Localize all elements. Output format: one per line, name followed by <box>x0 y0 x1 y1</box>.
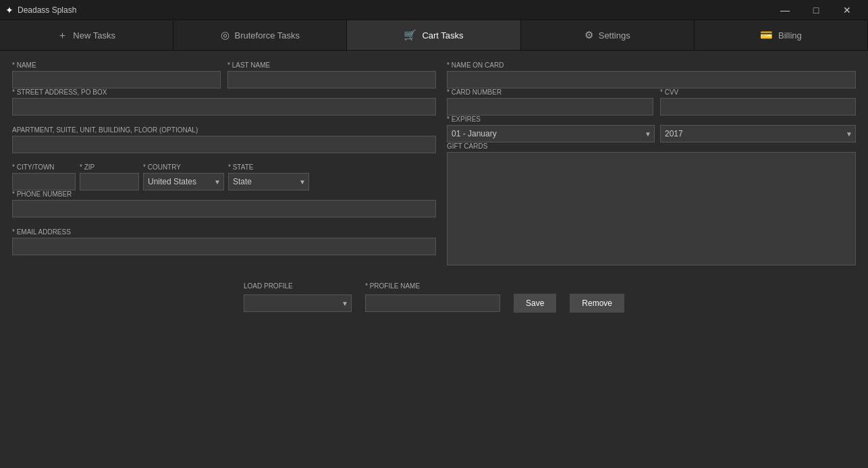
tab-bruteforce-tasks[interactable]: ◎ Bruteforce Tasks <box>173 20 347 50</box>
expires-month-select[interactable]: 01 - January 02 - February 03 - March 04… <box>447 125 655 142</box>
title-bar: ✦ Deadass Splash — □ ✕ <box>0 0 868 20</box>
cart-icon: 🛒 <box>404 29 416 41</box>
target-icon: ◎ <box>221 29 229 41</box>
tab-bar: ＋ New Tasks ◎ Bruteforce Tasks 🛒 Cart Ta… <box>0 20 868 51</box>
state-select[interactable]: State Alabama Alaska Arizona California … <box>228 173 309 190</box>
nameoncard-label: * NAME ON CARD <box>447 61 856 69</box>
maximize-button[interactable]: □ <box>801 0 832 20</box>
profile-name-group: * PROFILE NAME <box>365 282 500 312</box>
city-field-group: * CITY/TOWN <box>12 163 76 190</box>
tab-bruteforce-tasks-label: Bruteforce Tasks <box>235 30 300 41</box>
tab-billing-label: Billing <box>778 30 802 41</box>
name-input[interactable] <box>12 71 221 88</box>
country-field-group: * COUNTRY United States Canada United Ki… <box>143 163 224 190</box>
bottom-section: LOAD PROFILE ▼ * PROFILE NAME Save Remov… <box>12 282 856 313</box>
tab-new-tasks-label: New Tasks <box>73 30 115 41</box>
giftcards-field-group: GIFT CARDS <box>447 142 856 265</box>
state-select-wrapper: State Alabama Alaska Arizona California … <box>228 173 309 190</box>
adidas-icon: ✦ <box>5 5 13 16</box>
cardnumber-label: * CARD NUMBER <box>447 88 653 96</box>
location-row: * CITY/TOWN * ZIP * COUNTRY United State… <box>12 163 436 190</box>
save-button[interactable]: Save <box>514 294 556 313</box>
card-row: * CARD NUMBER * CVV <box>447 88 856 115</box>
state-field-group: * STATE State Alabama Alaska Arizona Cal… <box>228 163 309 190</box>
zip-field-group: * ZIP <box>80 163 139 190</box>
email-label: * EMAIL ADDRESS <box>12 228 436 236</box>
nameoncard-input[interactable] <box>447 71 856 88</box>
minimize-button[interactable]: — <box>769 0 801 20</box>
street-field-group: * STREET ADDRESS, PO BOX <box>12 88 436 126</box>
tab-billing[interactable]: 💳 Billing <box>695 20 868 50</box>
cvv-field-group: * CVV <box>660 88 856 115</box>
name-label: * NAME <box>12 61 221 69</box>
nameoncard-field-group: * NAME ON CARD <box>447 61 856 88</box>
expires-year-wrapper: 2017 2018 2019 2020 2021 2022 2023 2024 … <box>660 125 856 142</box>
apartment-input[interactable] <box>12 136 436 153</box>
app-title: Deadass Splash <box>18 5 76 15</box>
apartment-label: APARTMENT, SUITE, UNIT, BUILDING, FLOOR … <box>12 126 436 134</box>
profile-name-input[interactable] <box>365 294 500 312</box>
col-left: * NAME * LAST NAME * STREET ADDRESS, PO … <box>12 61 436 265</box>
city-label: * CITY/TOWN <box>12 163 76 171</box>
tab-cart-tasks-label: Cart Tasks <box>422 30 463 41</box>
form-section: * NAME * LAST NAME * STREET ADDRESS, PO … <box>12 61 856 265</box>
load-profile-label: LOAD PROFILE <box>244 282 352 290</box>
remove-button[interactable]: Remove <box>570 294 624 313</box>
apartment-field-group: APARTMENT, SUITE, UNIT, BUILDING, FLOOR … <box>12 126 436 164</box>
lastname-input[interactable] <box>227 71 436 88</box>
lastname-field-group: * LAST NAME <box>227 61 436 88</box>
expires-row: 01 - January 02 - February 03 - March 04… <box>447 125 856 142</box>
lastname-label: * LAST NAME <box>227 61 436 69</box>
tab-cart-tasks[interactable]: 🛒 Cart Tasks <box>347 20 520 50</box>
tab-settings[interactable]: ⚙ Settings <box>521 20 695 50</box>
title-bar-left: ✦ Deadass Splash <box>5 5 76 16</box>
cvv-label: * CVV <box>660 88 856 96</box>
expires-month-wrapper: 01 - January 02 - February 03 - March 04… <box>447 125 655 142</box>
cvv-input[interactable] <box>660 98 856 115</box>
load-profile-select-wrapper: ▼ <box>244 294 352 312</box>
zip-label: * ZIP <box>80 163 139 171</box>
expires-field-group: * EXPIRES 01 - January 02 - February 03 … <box>447 115 856 142</box>
cardnumber-field-group: * CARD NUMBER <box>447 88 653 115</box>
street-input[interactable] <box>12 98 436 115</box>
street-label: * STREET ADDRESS, PO BOX <box>12 88 436 96</box>
giftcards-textarea[interactable] <box>447 152 856 265</box>
title-bar-controls: — □ ✕ <box>769 0 863 20</box>
country-label: * COUNTRY <box>143 163 224 171</box>
tab-new-tasks[interactable]: ＋ New Tasks <box>0 20 173 50</box>
name-row: * NAME * LAST NAME <box>12 61 436 88</box>
email-input[interactable] <box>12 238 436 255</box>
zip-input[interactable] <box>80 173 139 190</box>
tab-settings-label: Settings <box>599 30 630 41</box>
country-select[interactable]: United States Canada United Kingdom <box>143 173 224 190</box>
main-content: * NAME * LAST NAME * STREET ADDRESS, PO … <box>0 51 868 468</box>
plus-icon: ＋ <box>57 29 67 42</box>
load-profile-group: LOAD PROFILE ▼ <box>244 282 352 312</box>
gear-icon: ⚙ <box>585 29 593 41</box>
cardnumber-input[interactable] <box>447 98 653 115</box>
phone-field-group: * PHONE NUMBER <box>12 190 436 228</box>
phone-input[interactable] <box>12 200 436 217</box>
profile-name-label: * PROFILE NAME <box>365 282 500 290</box>
email-field-group: * EMAIL ADDRESS <box>12 228 436 266</box>
city-input[interactable] <box>12 173 76 190</box>
load-profile-select[interactable] <box>244 294 352 312</box>
close-button[interactable]: ✕ <box>832 0 863 20</box>
name-field-group: * NAME <box>12 61 221 88</box>
phone-label: * PHONE NUMBER <box>12 190 436 198</box>
billing-icon: 💳 <box>760 29 773 41</box>
expires-label: * EXPIRES <box>447 115 856 123</box>
expires-year-select[interactable]: 2017 2018 2019 2020 2021 2022 2023 2024 … <box>660 125 856 142</box>
state-label: * STATE <box>228 163 309 171</box>
col-right: * NAME ON CARD * CARD NUMBER * CVV * EXP… <box>447 61 856 265</box>
country-select-wrapper: United States Canada United Kingdom ▼ <box>143 173 224 190</box>
giftcards-label: GIFT CARDS <box>447 142 856 150</box>
